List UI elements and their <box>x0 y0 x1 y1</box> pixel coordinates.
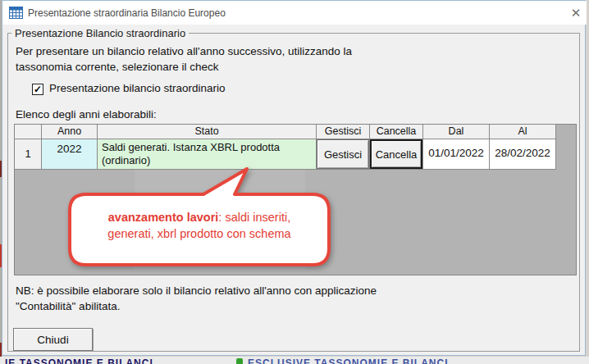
clipped-background-text-right: ESCLUSIVE TASSONOMIE E BILANCI <box>248 357 448 364</box>
intro-line-1: Per presentare un bilancio relativo all'… <box>16 43 352 59</box>
nb-note: NB: è possibile elaborare solo il bilanc… <box>16 283 377 314</box>
header-anno: Anno <box>42 125 98 139</box>
chiudi-button[interactable]: Chiudi <box>13 328 93 351</box>
close-icon[interactable]: ✕ <box>565 4 587 22</box>
groupbox-legend: Presentazione Bilancio straordinario <box>11 27 189 39</box>
green-dot-icon <box>236 358 243 364</box>
straordinario-checkbox-label: Presentazione bilancio straordinario <box>49 82 226 94</box>
background-clipped-strip: IE TASSONOMIE E BILANCI ESCLUSIVE TASSON… <box>0 357 589 364</box>
header-cancella: Cancella <box>370 125 423 139</box>
straordinario-checkbox[interactable]: ✓ <box>32 84 43 95</box>
screen: Presentazione straordinaria Bilancio Eur… <box>0 0 589 364</box>
intro-text: Per presentare un bilancio relativo all'… <box>16 43 352 75</box>
nb-line-2: "Contabilità" abilitata. <box>16 298 377 314</box>
header-rownum <box>15 125 42 139</box>
clipped-background-text-left: IE TASSONOMIE E BILANCI <box>5 357 153 364</box>
spreadsheet-grid-icon <box>9 7 23 19</box>
dialog-window: Presentazione straordinaria Bilancio Eur… <box>2 0 586 356</box>
header-dal: Dal <box>423 125 490 139</box>
callout-line2: generati, xbrl prodotto con schema <box>107 227 290 240</box>
callout-bold-label: avanzamento lavori <box>108 211 219 224</box>
cancella-button[interactable]: Cancella <box>370 139 422 169</box>
callout-rest-line1: : saldi inseriti, <box>218 211 290 224</box>
header-al: Al <box>490 125 556 139</box>
header-stato: Stato <box>98 125 317 139</box>
window-title: Presentazione straordinaria Bilancio Eur… <box>28 7 226 19</box>
nb-line-1: NB: è possibile elaborare solo il bilanc… <box>16 283 377 298</box>
grid-header-row: Anno Stato Gestisci Cancella Dal Al <box>15 125 556 139</box>
row-number-cell: 1 <box>15 139 42 170</box>
intro-line-2: tassonomia corrente, selezionare il chec… <box>16 59 352 75</box>
cancella-cell: Cancella <box>370 139 423 170</box>
dal-cell[interactable]: 01/01/2022 <box>423 139 490 170</box>
header-gestisci: Gestisci <box>317 125 370 139</box>
years-list-label: Elenco degli anni elaborabili: <box>16 107 157 122</box>
al-cell[interactable]: 28/02/2022 <box>490 139 556 170</box>
title-bar: Presentazione straordinaria Bilancio Eur… <box>2 1 587 25</box>
callout-annotation: avanzamento lavori: saldi inseriti, gene… <box>83 209 316 242</box>
